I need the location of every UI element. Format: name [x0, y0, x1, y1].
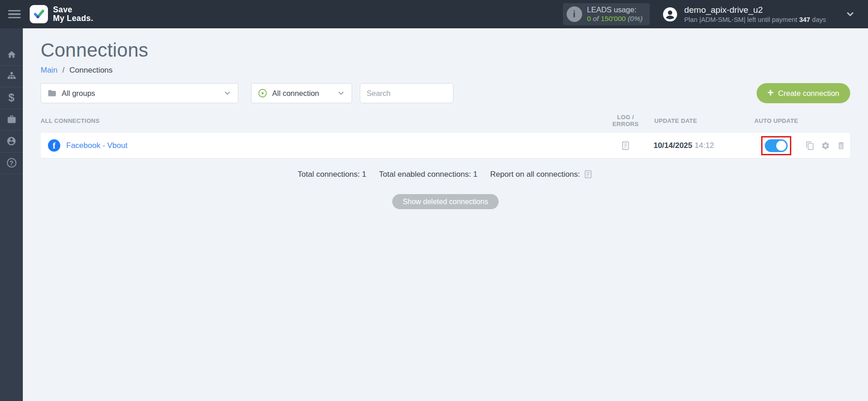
plan-info: Plan |ADM-SML-SM| left until payment 347… [684, 16, 826, 23]
days-word: days [812, 16, 826, 23]
trash-icon[interactable] [836, 141, 846, 150]
auto-update-toggle[interactable] [765, 139, 788, 152]
col-header-auto-update: AUTO UPDATE [749, 117, 804, 124]
sidebar-item-home[interactable] [0, 44, 23, 66]
facebook-icon: f [48, 139, 60, 152]
user-account-block[interactable]: demo_apix-drive_u2 Plan |ADM-SML-SM| lef… [662, 5, 826, 23]
home-icon [7, 50, 16, 59]
show-deleted-connections-button[interactable]: Show deleted connections [392, 194, 499, 209]
logo-line2: My Leads. [53, 14, 93, 23]
chevron-down-icon [223, 89, 231, 97]
groups-filter-value: All groups [62, 89, 95, 98]
connection-filter-dropdown[interactable]: All connection [251, 83, 352, 103]
breadcrumb-separator: / [63, 66, 65, 74]
update-date-cell: 10/14/202514:12 [646, 141, 721, 150]
report-document-icon[interactable] [584, 169, 593, 179]
total-connections: Total connections: 1 [298, 170, 366, 179]
account-icon [6, 136, 16, 146]
connection-row: f Facebook - Vbout 10/14/202514:12 [41, 133, 850, 158]
leads-usage-value: 0 of 150'000 (0%) [587, 15, 643, 23]
create-connection-button[interactable]: + Create connection [757, 83, 850, 103]
col-header-log-errors: LOG / ERRORS [605, 114, 646, 127]
savemyleads-logo[interactable] [30, 5, 48, 23]
folder-icon [47, 89, 57, 98]
top-header: Save My Leads. i LEADS usage: 0 of 150'0… [0, 0, 868, 28]
plus-icon: + [768, 88, 773, 98]
groups-filter-dropdown[interactable]: All groups [41, 83, 238, 103]
summary-row: Total connections: 1 Total enabled conne… [41, 169, 850, 179]
play-circle-icon [258, 89, 267, 98]
leads-percent: (0%) [628, 15, 643, 22]
leads-usage-label: LEADS usage: [587, 5, 643, 14]
filter-toolbar: All groups All connection + Create conne… [41, 83, 850, 103]
leads-used: 0 [587, 15, 591, 22]
checkmark-logo-icon [32, 7, 46, 21]
create-connection-label: Create connection [778, 89, 839, 98]
sidebar-item-account[interactable] [0, 131, 23, 153]
col-header-update-date: UPDATE DATE [646, 117, 721, 124]
main-content: Connections Main / Connections All group… [23, 28, 868, 401]
col-header-all-connections: ALL CONNECTIONS [41, 117, 605, 124]
report-label: Report on all connections: [490, 170, 580, 179]
document-icon [621, 141, 631, 151]
help-icon: ? [7, 158, 16, 168]
connection-filter-value: All connection [272, 89, 319, 98]
username: demo_apix-drive_u2 [684, 5, 826, 15]
briefcase-icon [7, 115, 16, 124]
total-enabled-connections: Total enabled connections: 1 [379, 170, 478, 179]
breadcrumb-main-link[interactable]: Main [41, 66, 58, 74]
toggle-knob [776, 141, 786, 151]
table-header: ALL CONNECTIONS LOG / ERRORS UPDATE DATE… [41, 114, 850, 127]
chevron-down-icon [337, 89, 345, 97]
sidebar-item-billing[interactable]: $ [0, 87, 23, 109]
sidebar-item-help[interactable]: ? [0, 153, 23, 174]
user-avatar-icon [662, 6, 679, 23]
logo-wordmark: Save My Leads. [53, 5, 93, 23]
leads-of-word: of [593, 15, 599, 22]
connection-name-link[interactable]: Facebook - Vbout [66, 141, 127, 150]
page-title: Connections [41, 39, 850, 61]
update-time-value: 14:12 [694, 141, 714, 150]
left-sidebar: $ ? [0, 28, 23, 401]
breadcrumb: Main / Connections [41, 66, 850, 75]
log-errors-icon[interactable] [605, 141, 646, 151]
dollar-icon: $ [8, 91, 14, 104]
days-left-value: 347 [799, 16, 810, 23]
info-icon: i [567, 6, 582, 22]
red-highlight-annotation [761, 136, 791, 155]
search-input[interactable] [360, 83, 453, 103]
sidebar-item-services[interactable] [0, 109, 23, 131]
copy-icon[interactable] [805, 141, 815, 150]
breadcrumb-current: Connections [69, 66, 113, 74]
update-date-value: 10/14/2025 [653, 141, 692, 150]
account-menu-chevron-icon[interactable] [845, 9, 855, 19]
plan-text: Plan |ADM-SML-SM| left until payment [684, 16, 797, 23]
leads-total: 150'000 [601, 15, 626, 22]
leads-usage-widget: i LEADS usage: 0 of 150'000 (0%) [563, 3, 650, 25]
hamburger-menu-icon[interactable] [8, 10, 21, 19]
logo-line1: Save [53, 5, 93, 14]
hierarchy-icon [7, 71, 16, 81]
settings-gear-icon[interactable] [821, 141, 830, 150]
sidebar-item-connections[interactable] [0, 66, 23, 88]
